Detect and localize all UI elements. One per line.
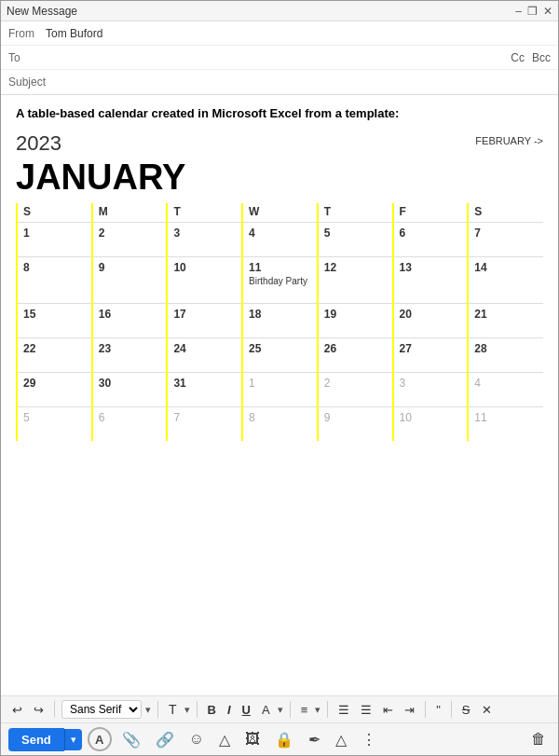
day-number: 18 xyxy=(249,308,313,321)
toolbar-area: ↩ ↪ Sans Serif ▾ T ▾ B I U A ▾ ≡ ▾ ☰ ☰ ⇤… xyxy=(1,695,558,755)
calendar-day-cell: 10 xyxy=(393,407,469,442)
from-row: From Tom Buford xyxy=(1,21,558,46)
subject-row[interactable]: Subject xyxy=(1,70,558,94)
day-number: 28 xyxy=(474,342,539,355)
underline-button[interactable]: U xyxy=(239,701,254,719)
insert-signature-button[interactable]: ✒ xyxy=(304,729,325,750)
font-size-arrow[interactable]: ▾ xyxy=(184,704,190,716)
day-number: 14 xyxy=(474,261,539,274)
undo-button[interactable]: ↩ xyxy=(8,701,26,719)
italic-button[interactable]: I xyxy=(224,701,235,719)
calendar-day-cell: 6 xyxy=(393,223,469,257)
calendar-day-header: T xyxy=(167,203,242,223)
calendar-next-link[interactable]: FEBRUARY -> xyxy=(475,135,543,146)
calendar-day-cell: 18 xyxy=(242,304,318,338)
day-number: 6 xyxy=(400,227,464,240)
calendar-day-cell: 3 xyxy=(167,223,242,257)
text-formatting-button[interactable]: A xyxy=(88,727,112,751)
font-color-button[interactable]: A xyxy=(258,701,274,719)
clear-format-button[interactable]: ✕ xyxy=(478,701,496,719)
day-number: 16 xyxy=(99,308,163,321)
font-dropdown-arrow[interactable]: ▾ xyxy=(145,704,151,716)
indent-increase-button[interactable]: ⇥ xyxy=(401,701,418,719)
calendar: 2023 FEBRUARY -> JANUARY SMTWTFS 1234567… xyxy=(16,131,543,441)
day-number: 8 xyxy=(23,261,88,274)
calendar-day-cell: 21 xyxy=(468,304,543,338)
day-number: 11 xyxy=(474,411,539,424)
day-number: 27 xyxy=(400,342,464,355)
calendar-day-cell: 7 xyxy=(167,407,242,442)
font-color-arrow[interactable]: ▾ xyxy=(278,704,283,716)
blockquote-button[interactable]: " xyxy=(432,701,444,719)
redo-button[interactable]: ↪ xyxy=(30,701,48,719)
calendar-day-cell: 12 xyxy=(318,257,393,304)
calendar-day-cell: 22 xyxy=(17,338,92,373)
ordered-list-button[interactable]: ☰ xyxy=(357,701,375,719)
day-number: 6 xyxy=(99,411,163,424)
indent-decrease-button[interactable]: ⇤ xyxy=(379,701,397,719)
day-number: 7 xyxy=(173,411,238,424)
toolbar-separator-2 xyxy=(157,701,158,718)
window-title: New Message xyxy=(7,5,77,18)
align-button[interactable]: ≡ xyxy=(297,701,312,719)
calendar-week-row: 2930311234 xyxy=(17,373,543,407)
day-number: 30 xyxy=(99,377,163,390)
align-arrow[interactable]: ▾ xyxy=(315,704,320,716)
strikethrough-button[interactable]: S xyxy=(458,701,474,719)
discard-button[interactable]: 🗑 xyxy=(526,729,551,749)
day-number: 9 xyxy=(99,261,163,274)
unordered-list-button[interactable]: ☰ xyxy=(334,701,353,719)
subject-label: Subject xyxy=(8,76,46,89)
calendar-day-cell: 10 xyxy=(167,257,242,304)
bold-button[interactable]: B xyxy=(204,701,220,719)
insert-link-button[interactable]: 🔗 xyxy=(151,729,179,750)
day-number: 23 xyxy=(99,342,163,355)
calendar-day-cell: 5 xyxy=(17,407,92,442)
resize-button[interactable]: ❐ xyxy=(527,5,538,18)
calendar-day-cell: 20 xyxy=(393,304,469,338)
insert-emoji-button[interactable]: ☺ xyxy=(184,729,209,749)
calendar-day-cell: 23 xyxy=(92,338,168,373)
day-number: 3 xyxy=(173,227,238,240)
calendar-day-cell: 28 xyxy=(468,338,543,373)
font-size-button[interactable]: T xyxy=(165,700,181,719)
day-number: 21 xyxy=(474,308,539,321)
day-number: 22 xyxy=(23,342,88,355)
insert-drawing-button[interactable]: △ xyxy=(214,729,235,750)
minimize-button[interactable]: – xyxy=(515,5,522,18)
day-number: 2 xyxy=(324,377,389,390)
calendar-week-row: 15161718192021 xyxy=(17,304,543,338)
calendar-month: JANUARY xyxy=(16,158,543,198)
calendar-week-row: 567891011 xyxy=(17,407,543,442)
confidential-mode-button[interactable]: 🔒 xyxy=(270,729,298,750)
day-number: 10 xyxy=(173,261,238,274)
font-family-select[interactable]: Sans Serif xyxy=(61,700,142,719)
calendar-day-header: S xyxy=(17,203,92,223)
insert-image-button[interactable]: 🖼 xyxy=(240,729,265,749)
calendar-day-header: F xyxy=(393,203,469,223)
send-button[interactable]: Send xyxy=(8,728,64,751)
bcc-button[interactable]: Bcc xyxy=(532,51,551,64)
day-number: 31 xyxy=(173,377,238,390)
drive-button[interactable]: △ xyxy=(331,729,351,750)
calendar-day-cell: 3 xyxy=(393,373,469,407)
calendar-day-cell: 29 xyxy=(17,373,92,407)
send-options-button[interactable]: ▾ xyxy=(64,729,82,750)
attach-file-button[interactable]: 📎 xyxy=(117,729,145,750)
day-number: 4 xyxy=(249,227,313,240)
calendar-day-cell: 1 xyxy=(17,223,92,257)
calendar-day-cell: 14 xyxy=(468,257,543,304)
day-number: 3 xyxy=(400,377,464,390)
calendar-day-cell: 9 xyxy=(318,407,393,442)
more-options-button[interactable]: ⋮ xyxy=(357,729,381,750)
close-button[interactable]: ✕ xyxy=(543,5,552,18)
calendar-day-cell: 19 xyxy=(318,304,393,338)
calendar-day-header: S xyxy=(468,203,543,223)
cc-button[interactable]: Cc xyxy=(511,51,525,64)
day-number: 8 xyxy=(249,411,313,424)
calendar-event: Birthday Party xyxy=(249,276,313,286)
email-body[interactable]: A table-based calendar created in Micros… xyxy=(1,95,558,695)
calendar-day-cell: 8 xyxy=(242,407,318,442)
to-row[interactable]: To Cc Bcc xyxy=(1,46,558,70)
day-number: 5 xyxy=(324,227,389,240)
